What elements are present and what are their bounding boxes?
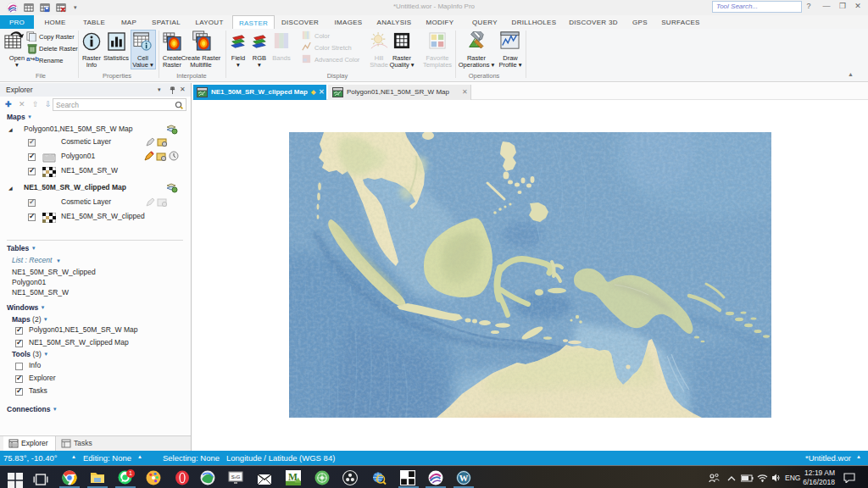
svg-text:S›G: S›G	[231, 474, 241, 480]
svg-text:W: W	[459, 474, 469, 483]
svg-text:1: 1	[129, 469, 132, 477]
